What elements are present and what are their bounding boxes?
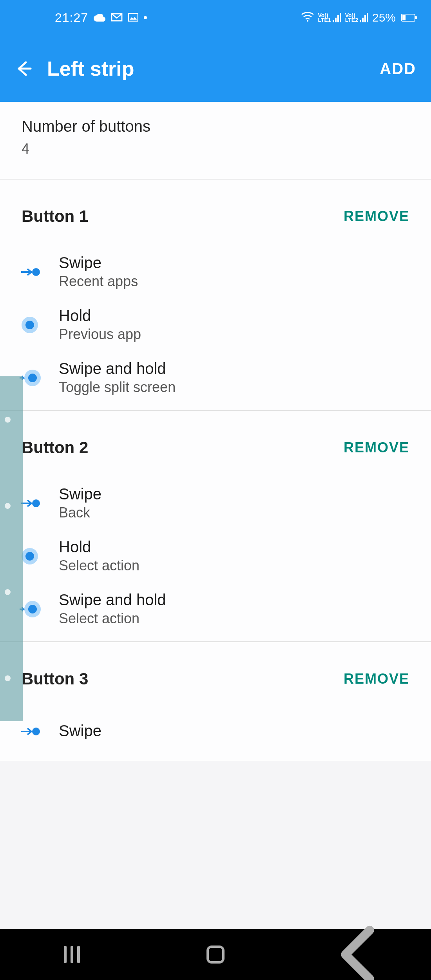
system-nav-bar (0, 929, 431, 980)
app-bar: Left strip ADD (0, 35, 431, 102)
sim1-indicator: Vo))LTE1 (318, 13, 341, 22)
battery-percentage: 25% (372, 11, 396, 24)
gesture-title: Hold (59, 307, 141, 325)
hold-icon (16, 311, 44, 339)
button-3-swipe-row[interactable]: Swipe (0, 708, 431, 755)
back-arrow-icon (14, 59, 33, 78)
nav-back-button[interactable] (328, 923, 391, 980)
status-left: 21:27 (55, 11, 147, 25)
sim2-indicator: Vo))LTE2 (345, 13, 368, 22)
home-icon (206, 946, 225, 964)
swipe-icon (16, 717, 44, 746)
content-scroll[interactable]: Number of buttons 4 Button 1 REMOVE Swip… (0, 102, 431, 929)
gesture-title: Swipe and hold (59, 360, 176, 377)
battery-icon (401, 14, 415, 22)
button-1-remove-button[interactable]: REMOVE (344, 208, 409, 225)
nav-recents-button[interactable] (40, 946, 103, 963)
gesture-subtitle: Previous app (59, 326, 141, 343)
button-1-swipe-row[interactable]: Swipe Recent apps (0, 245, 431, 298)
gesture-title: Swipe (59, 722, 101, 740)
svg-point-1 (306, 20, 308, 22)
button-1-swipehold-row[interactable]: Swipe and hold Toggle split screen (0, 351, 431, 404)
button-2-remove-button[interactable]: REMOVE (344, 439, 409, 456)
screen: 21:27 Vo))LTE1 Vo))LTE2 (0, 0, 431, 980)
svg-point-7 (32, 728, 40, 735)
gmail-icon (111, 11, 123, 24)
gesture-title: Swipe (59, 254, 138, 272)
gesture-title: Swipe (59, 485, 101, 503)
nav-home-button[interactable] (184, 946, 247, 964)
page-title: Left strip (47, 57, 380, 80)
swipe-icon (16, 258, 44, 286)
button-1-section: Button 1 REMOVE Swipe Recent apps Hold (0, 180, 431, 411)
number-of-buttons-value: 4 (22, 141, 409, 157)
button-2-swipe-row[interactable]: Swipe Back (0, 477, 431, 530)
button-1-hold-row[interactable]: Hold Previous app (0, 298, 431, 351)
number-of-buttons-pref[interactable]: Number of buttons 4 (0, 102, 431, 180)
button-2-section: Button 2 REMOVE Swipe Back Hold Selec (0, 411, 431, 642)
gesture-subtitle: Select action (59, 557, 139, 574)
gesture-subtitle: Toggle split screen (59, 379, 176, 396)
status-bar: 21:27 Vo))LTE1 Vo))LTE2 (0, 0, 431, 35)
clock: 21:27 (55, 11, 88, 25)
svg-point-3 (32, 268, 40, 276)
image-icon (128, 11, 138, 24)
recents-icon (64, 946, 80, 963)
svg-point-5 (32, 499, 40, 507)
add-button[interactable]: ADD (380, 60, 431, 78)
wifi-icon (301, 11, 314, 24)
button-2-hold-row[interactable]: Hold Select action (0, 530, 431, 583)
number-of-buttons-title: Number of buttons (22, 118, 409, 135)
button-3-remove-button[interactable]: REMOVE (344, 671, 409, 687)
back-icon (328, 923, 391, 980)
dot-icon (144, 16, 147, 19)
button-2-swipehold-row[interactable]: Swipe and hold Select action (0, 583, 431, 635)
gesture-subtitle: Back (59, 505, 101, 521)
back-button[interactable] (0, 59, 47, 78)
status-right: Vo))LTE1 Vo))LTE2 25% (301, 11, 415, 24)
gesture-subtitle: Recent apps (59, 273, 138, 290)
button-2-title: Button 2 (22, 438, 88, 457)
gesture-title: Hold (59, 538, 139, 556)
button-3-title: Button 3 (22, 670, 88, 688)
button-1-title: Button 1 (22, 207, 88, 226)
cloud-icon (94, 11, 105, 24)
svg-rect-0 (129, 13, 138, 21)
gesture-subtitle: Select action (59, 610, 166, 627)
gesture-title: Swipe and hold (59, 591, 166, 609)
button-3-section: Button 3 REMOVE Swipe (0, 642, 431, 761)
edge-strip-dots (2, 376, 13, 721)
